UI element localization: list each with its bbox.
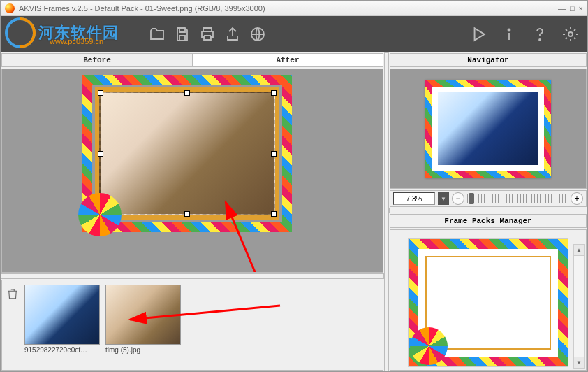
run-icon[interactable]: [469, 24, 488, 44]
photo-selection[interactable]: [99, 92, 275, 215]
info-icon[interactable]: [499, 24, 519, 44]
thumbnail-image: [105, 285, 181, 345]
resize-handle[interactable]: [271, 151, 277, 157]
resize-handle[interactable]: [98, 151, 103, 157]
main-area: Before After: [1, 52, 587, 371]
zoom-controls: ▼ − +: [390, 190, 587, 207]
tab-after[interactable]: After: [193, 54, 383, 66]
zoom-dropdown[interactable]: ▼: [438, 192, 449, 205]
canvas[interactable]: [1, 69, 383, 273]
navigator-image: [438, 92, 538, 165]
svg-point-3: [568, 32, 573, 36]
inner-frame: [95, 87, 279, 220]
scrollbar[interactable]: ▲ ▼: [573, 244, 585, 369]
maximize-button[interactable]: □: [570, 4, 575, 13]
scroll-up[interactable]: ▲: [574, 245, 584, 256]
lollipop-decoration: [410, 327, 448, 365]
tab-before[interactable]: Before: [2, 54, 193, 66]
frame-pack-item[interactable]: [408, 238, 568, 367]
resize-handle[interactable]: [184, 90, 190, 96]
web-icon[interactable]: [248, 24, 267, 44]
right-pane: Navigator ▼ − + Frame Packs Manager: [389, 52, 587, 371]
left-pane: Before After: [1, 52, 384, 371]
help-icon[interactable]: [530, 24, 550, 44]
open-icon[interactable]: [147, 24, 167, 44]
horizontal-splitter[interactable]: [389, 208, 587, 213]
resize-handle[interactable]: [184, 211, 190, 217]
svg-point-1: [508, 29, 510, 31]
settings-icon[interactable]: [561, 24, 580, 44]
print-icon[interactable]: [198, 24, 217, 44]
zoom-out-button[interactable]: −: [452, 192, 464, 205]
vertical-splitter[interactable]: [384, 52, 389, 371]
navigator-panel[interactable]: [390, 69, 587, 189]
horizontal-splitter[interactable]: [1, 273, 384, 279]
view-tabs: Before After: [1, 53, 383, 67]
zoom-in-button[interactable]: +: [571, 192, 583, 205]
resize-handle[interactable]: [98, 90, 103, 96]
app-window: AKVIS Frames v.2.5 - Default Pack - 01-S…: [0, 0, 588, 372]
titlebar: AKVIS Frames v.2.5 - Default Pack - 01-S…: [1, 1, 587, 16]
lollipop-decoration: [78, 193, 122, 236]
navigator-title: Navigator: [390, 53, 587, 67]
save-icon[interactable]: [172, 24, 192, 44]
thumbnail-label: 91529822720e0cf…: [24, 346, 100, 354]
toolbar: 河东软件园 www.pc0359.cn: [1, 16, 587, 52]
navigator-preview: [425, 80, 551, 178]
share-icon[interactable]: [223, 24, 242, 44]
frame-packs-panel: ▲ ▼: [390, 229, 587, 371]
zoom-input[interactable]: [393, 192, 435, 205]
zoom-slider[interactable]: [467, 194, 568, 203]
resize-handle[interactable]: [271, 211, 277, 217]
resize-handle[interactable]: [271, 90, 277, 96]
thumbnail-2[interactable]: timg (5).jpg: [105, 285, 181, 354]
filmstrip: 91529822720e0cf… timg (5).jpg: [1, 280, 383, 371]
thumbnail-label: timg (5).jpg: [105, 346, 181, 354]
minimize-button[interactable]: —: [558, 4, 566, 13]
watermark: 河东软件园 www.pc0359.cn: [1, 16, 168, 52]
fpm-title: Frame Packs Manager: [390, 214, 587, 228]
thumbnail-1[interactable]: 91529822720e0cf…: [24, 285, 100, 354]
frame-preview[interactable]: [82, 75, 292, 232]
trash-icon[interactable]: [6, 287, 19, 300]
thumbnail-image: [24, 285, 100, 345]
app-icon: [5, 3, 15, 13]
close-button[interactable]: ×: [579, 4, 583, 13]
window-title: AKVIS Frames v.2.5 - Default Pack - 01-S…: [19, 4, 558, 13]
svg-point-2: [539, 39, 541, 41]
scroll-down[interactable]: ▼: [574, 357, 584, 368]
